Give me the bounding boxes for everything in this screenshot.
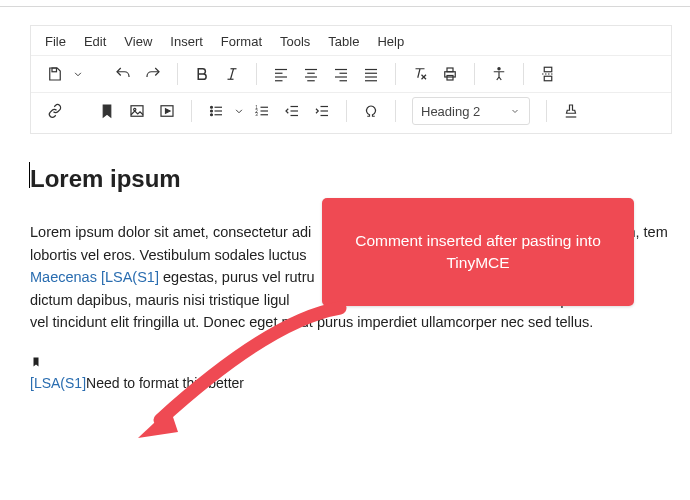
bullet-list-dropdown-icon[interactable] — [232, 97, 246, 125]
svg-point-33 — [211, 110, 213, 112]
svg-rect-29 — [131, 106, 143, 117]
align-left-icon[interactable] — [267, 60, 295, 88]
svg-point-25 — [498, 68, 500, 70]
svg-marker-51 — [138, 408, 178, 438]
align-right-icon[interactable] — [327, 60, 355, 88]
annotation-callout: Comment inserted after pasting into Tiny… — [322, 198, 634, 306]
svg-point-32 — [211, 106, 213, 108]
stamp-icon[interactable] — [557, 97, 585, 125]
toolbar-row-1 — [31, 55, 671, 92]
comment-ref[interactable]: [LSA(S1] — [30, 375, 86, 391]
text-cursor — [29, 162, 30, 188]
svg-point-34 — [211, 114, 213, 116]
menu-edit[interactable]: Edit — [84, 34, 106, 49]
menu-tools[interactable]: Tools — [280, 34, 310, 49]
bold-icon[interactable] — [188, 60, 216, 88]
block-format-select[interactable]: Heading 2 — [412, 97, 530, 125]
svg-rect-27 — [544, 76, 552, 81]
annotation-text: Comment inserted after pasting into Tiny… — [344, 230, 612, 273]
menu-table[interactable]: Table — [328, 34, 359, 49]
clear-format-icon[interactable] — [406, 60, 434, 88]
menu-insert[interactable]: Insert — [170, 34, 203, 49]
image-icon[interactable] — [123, 97, 151, 125]
align-center-icon[interactable] — [297, 60, 325, 88]
heading-text: Lorem ipsum — [30, 160, 672, 197]
outdent-icon[interactable] — [278, 97, 306, 125]
indent-icon[interactable] — [308, 97, 336, 125]
bullet-list-icon[interactable] — [202, 97, 230, 125]
menu-file[interactable]: File — [45, 34, 66, 49]
tracked-insert-link[interactable]: Maecenas [LSA(S1] — [30, 269, 159, 285]
menu-help[interactable]: Help — [377, 34, 404, 49]
bookmark-icon[interactable] — [93, 97, 121, 125]
link-icon[interactable] — [41, 97, 69, 125]
svg-rect-23 — [447, 68, 453, 72]
svg-line-1 — [231, 69, 234, 80]
block-format-label: Heading 2 — [421, 104, 480, 119]
page-break-icon[interactable] — [534, 60, 562, 88]
svg-rect-22 — [445, 72, 456, 77]
svg-rect-24 — [447, 76, 453, 81]
align-justify-icon[interactable] — [357, 60, 385, 88]
svg-text:3: 3 — [255, 112, 258, 117]
menubar: File Edit View Insert Format Tools Table… — [31, 26, 671, 55]
media-icon[interactable] — [153, 97, 181, 125]
italic-icon[interactable] — [218, 60, 246, 88]
comment-block: [LSA(S1]Need to format this better — [30, 352, 672, 395]
save-dropdown-icon[interactable] — [71, 60, 85, 88]
accessibility-icon[interactable] — [485, 60, 513, 88]
comment-text: Need to format this better — [86, 375, 244, 391]
undo-icon[interactable] — [109, 60, 137, 88]
svg-rect-0 — [52, 68, 57, 72]
redo-icon[interactable] — [139, 60, 167, 88]
special-char-icon[interactable] — [357, 97, 385, 125]
menu-format[interactable]: Format — [221, 34, 262, 49]
chevron-down-icon — [509, 105, 521, 117]
menu-view[interactable]: View — [124, 34, 152, 49]
number-list-icon[interactable]: 123 — [248, 97, 276, 125]
print-icon[interactable] — [436, 60, 464, 88]
bookmark-marker-icon — [30, 354, 44, 376]
editor-shell: File Edit View Insert Format Tools Table… — [30, 25, 672, 134]
save-icon[interactable] — [41, 60, 69, 88]
toolbar-row-2: 123 Heading 2 — [31, 92, 671, 133]
svg-rect-26 — [544, 67, 552, 72]
